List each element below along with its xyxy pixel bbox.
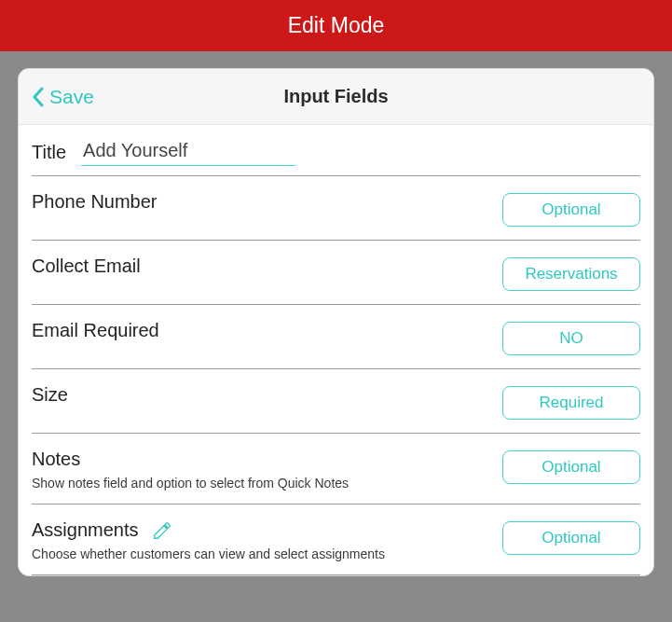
size-row: Size Required <box>32 369 640 434</box>
collect-email-value: Reservations <box>525 265 617 283</box>
back-label: Save <box>49 86 94 108</box>
phone-number-label: Phone Number <box>32 191 158 213</box>
email-required-value: NO <box>559 329 583 348</box>
edit-mode-banner: Edit Mode <box>0 0 672 51</box>
title-label: Title <box>32 142 66 163</box>
phone-number-value: Optional <box>542 200 600 219</box>
collect-email-label: Collect Email <box>32 256 141 277</box>
modal-title: Input Fields <box>19 86 653 107</box>
chevron-left-icon <box>32 87 44 107</box>
pencil-icon[interactable] <box>152 520 172 541</box>
phone-number-row: Phone Number Optional <box>32 176 640 241</box>
size-value: Required <box>540 394 604 412</box>
size-label: Size <box>32 384 68 406</box>
assignments-value: Optional <box>542 529 600 547</box>
notes-label: Notes <box>32 449 80 470</box>
notes-subtext: Show notes field and option to select fr… <box>32 476 502 491</box>
notes-row: Notes Show notes field and option to sel… <box>32 434 640 505</box>
assignments-selector[interactable]: Optional <box>502 521 640 555</box>
assignments-row: Assignments Choose whether customers can… <box>32 505 640 575</box>
banner-title: Edit Mode <box>288 13 385 38</box>
save-back-button[interactable]: Save <box>19 86 94 108</box>
email-required-row: Email Required NO <box>32 305 640 369</box>
collect-email-selector[interactable]: Reservations <box>502 257 640 291</box>
input-fields-modal: Save Input Fields Title Phone Number Opt… <box>18 68 654 576</box>
collect-email-row: Collect Email Reservations <box>32 241 640 305</box>
email-required-selector[interactable]: NO <box>502 322 640 355</box>
assignments-subtext: Choose whether customers can view and se… <box>32 546 502 561</box>
assignments-label: Assignments <box>32 519 139 541</box>
phone-number-selector[interactable]: Optional <box>502 193 640 227</box>
email-required-label: Email Required <box>32 320 159 341</box>
notes-selector[interactable]: Optional <box>502 450 640 484</box>
notes-value: Optional <box>542 458 600 477</box>
title-input[interactable] <box>81 138 295 166</box>
size-selector[interactable]: Required <box>502 386 640 420</box>
modal-header: Save Input Fields <box>19 69 653 125</box>
title-row: Title <box>32 125 640 176</box>
